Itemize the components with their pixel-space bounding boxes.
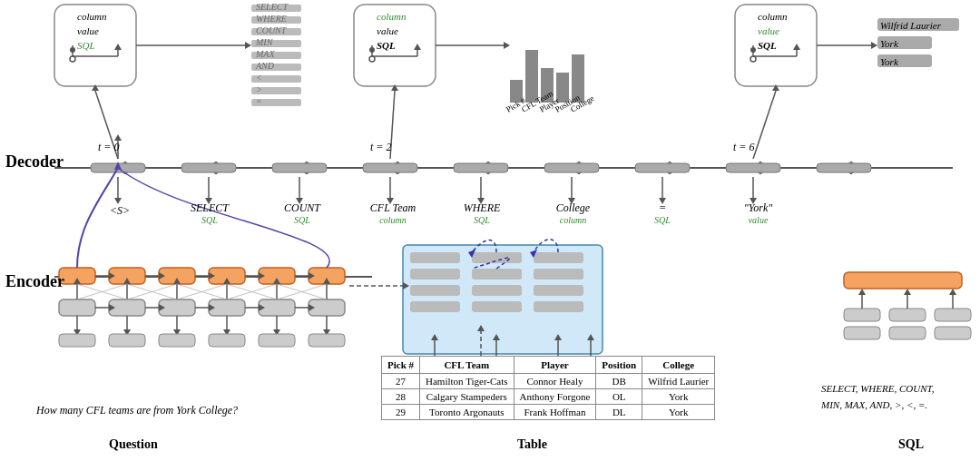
svg-marker-82: [114, 162, 122, 170]
svg-marker-119: [245, 42, 251, 49]
svg-marker-100: [223, 329, 230, 336]
svg-line-87: [177, 284, 227, 299]
svg-rect-10: [91, 163, 145, 172]
svg-rect-108: [209, 334, 245, 347]
cell-player3: Frank Hoffman: [514, 405, 596, 420]
t-label-2: t = 2: [370, 141, 391, 154]
cell-pick2: 28: [382, 389, 420, 405]
svg-marker-181: [431, 334, 438, 340]
svg-marker-6: [572, 162, 586, 174]
cell-team2: Calgary Stampeders: [420, 389, 514, 405]
svg-rect-168: [472, 285, 522, 296]
svg-marker-67: [209, 272, 215, 280]
svg-marker-79: [259, 304, 265, 311]
svg-rect-40: [159, 268, 195, 284]
vocab-eq: =: [256, 96, 262, 106]
col-header-college: College: [642, 357, 715, 374]
col-header-player: Player: [514, 357, 596, 374]
vocab-where: WHERE: [256, 14, 287, 24]
svg-marker-63: [109, 272, 115, 280]
cell-pos1: DB: [596, 374, 642, 389]
svg-rect-165: [410, 301, 460, 312]
svg-marker-7: [662, 162, 677, 174]
svg-marker-81: [309, 304, 315, 311]
vocab-box2-value: value: [377, 25, 398, 36]
output-count: COUNT SQL: [279, 201, 325, 225]
svg-point-145: [750, 56, 756, 62]
cell-college2: York: [642, 389, 715, 405]
svg-marker-175: [530, 250, 537, 258]
svg-marker-104: [323, 329, 330, 336]
svg-marker-61: [323, 278, 330, 284]
svg-rect-49: [309, 299, 345, 316]
value-york1: York: [880, 38, 898, 49]
output-where: WHERE SQL: [459, 201, 505, 225]
output-cflteam: CFL Team column: [366, 201, 420, 225]
cell-pos2: OL: [596, 389, 642, 405]
cell-college1: Wilfrid Laurier: [642, 374, 715, 389]
svg-marker-183: [493, 334, 500, 340]
vocab-box1-value: value: [77, 25, 99, 36]
svg-marker-73: [109, 304, 115, 311]
svg-point-144: [750, 47, 756, 53]
svg-marker-8: [753, 162, 768, 174]
svg-marker-71: [309, 272, 315, 280]
encoder-label: Encoder: [5, 272, 64, 291]
vocab-max: MAX: [256, 49, 275, 59]
vocab-gt: >: [256, 84, 262, 94]
vocab-box3-column: column: [758, 11, 787, 22]
svg-marker-177: [477, 325, 485, 331]
svg-marker-20: [114, 198, 122, 204]
svg-marker-53: [123, 278, 131, 284]
col-header-cflteam: CFL Team: [420, 357, 514, 374]
svg-marker-156: [92, 84, 99, 91]
cell-pick3: 29: [382, 405, 420, 420]
sql-section-label: SQL: [898, 437, 924, 452]
svg-rect-14: [454, 163, 508, 172]
svg-rect-173: [534, 301, 583, 312]
svg-marker-51: [74, 278, 81, 284]
svg-rect-172: [534, 285, 583, 296]
svg-rect-17: [726, 163, 780, 172]
vocab-min: MIN: [256, 37, 272, 47]
svg-marker-137: [504, 42, 510, 49]
svg-rect-45: [109, 299, 145, 316]
svg-marker-98: [173, 329, 181, 336]
svg-marker-185: [554, 334, 562, 340]
value-york2: York: [880, 56, 898, 67]
svg-point-113: [70, 56, 75, 62]
svg-marker-197: [904, 289, 911, 295]
svg-line-83: [77, 284, 127, 299]
svg-rect-171: [534, 269, 583, 280]
table-section-label: Table: [517, 437, 547, 452]
svg-marker-158: [391, 84, 398, 91]
output-college: College column: [548, 201, 598, 225]
svg-line-92: [277, 284, 327, 299]
t-label-6: t = 6: [733, 141, 754, 154]
svg-line-91: [277, 284, 327, 299]
svg-rect-16: [635, 163, 690, 172]
svg-marker-151: [871, 42, 877, 49]
svg-rect-11: [181, 163, 236, 172]
svg-rect-193: [935, 327, 971, 339]
svg-marker-174: [468, 250, 475, 258]
svg-marker-9: [844, 162, 858, 174]
cell-pick1: 27: [382, 374, 420, 389]
svg-marker-57: [223, 278, 230, 284]
svg-rect-161: [403, 245, 603, 354]
svg-rect-18: [817, 163, 871, 172]
svg-rect-163: [410, 269, 460, 280]
cell-player2: Anthony Forgone: [514, 389, 596, 405]
svg-rect-200: [844, 272, 962, 289]
svg-marker-179: [403, 282, 409, 289]
svg-marker-59: [273, 278, 280, 284]
vocab-box2-sql: SQL: [377, 40, 396, 51]
svg-line-159: [753, 91, 776, 159]
svg-marker-135: [414, 44, 421, 50]
main-container: Decoder Encoder t = 0 t = 2 t = 6 <S> SE…: [0, 0, 980, 461]
table-row: 28 Calgary Stampeders Anthony Forgone OL…: [382, 389, 715, 405]
svg-rect-110: [309, 334, 345, 347]
svg-rect-190: [935, 309, 971, 321]
svg-rect-39: [109, 268, 145, 284]
cell-team1: Hamilton Tiger-Cats: [420, 374, 514, 389]
